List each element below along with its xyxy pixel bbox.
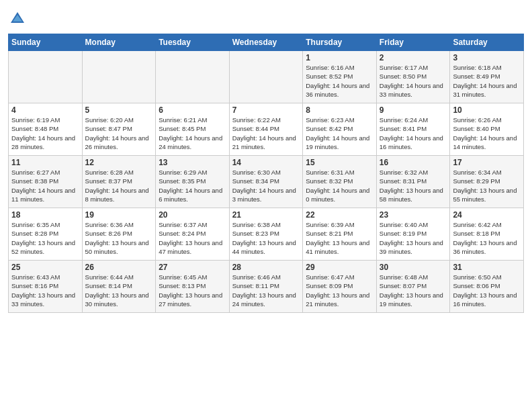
day-info: Sunrise: 6:30 AM Sunset: 8:34 PM Dayligh… <box>232 168 300 203</box>
header-day-friday: Friday <box>376 34 450 51</box>
day-info: Sunrise: 6:22 AM Sunset: 8:44 PM Dayligh… <box>232 116 300 151</box>
day-number: 19 <box>85 210 153 220</box>
logo <box>8 9 28 28</box>
day-cell: 23Sunrise: 6:40 AM Sunset: 8:19 PM Dayli… <box>376 208 450 261</box>
week-row-4: 18Sunrise: 6:35 AM Sunset: 8:28 PM Dayli… <box>9 208 524 261</box>
day-number: 7 <box>232 105 300 115</box>
day-info: Sunrise: 6:27 AM Sunset: 8:38 PM Dayligh… <box>11 168 79 203</box>
day-cell: 25Sunrise: 6:43 AM Sunset: 8:16 PM Dayli… <box>9 261 83 313</box>
header <box>8 7 524 28</box>
day-cell: 9Sunrise: 6:24 AM Sunset: 8:41 PM Daylig… <box>376 103 450 156</box>
day-cell: 30Sunrise: 6:48 AM Sunset: 8:07 PM Dayli… <box>376 261 450 313</box>
day-cell: 4Sunrise: 6:19 AM Sunset: 8:48 PM Daylig… <box>9 103 83 156</box>
day-cell: 26Sunrise: 6:44 AM Sunset: 8:14 PM Dayli… <box>82 261 156 313</box>
day-cell: 18Sunrise: 6:35 AM Sunset: 8:28 PM Dayli… <box>9 208 83 261</box>
week-row-1: 1Sunrise: 6:16 AM Sunset: 8:52 PM Daylig… <box>9 51 524 103</box>
day-cell: 27Sunrise: 6:45 AM Sunset: 8:13 PM Dayli… <box>156 261 230 313</box>
day-cell: 1Sunrise: 6:16 AM Sunset: 8:52 PM Daylig… <box>303 51 377 103</box>
day-cell: 8Sunrise: 6:23 AM Sunset: 8:42 PM Daylig… <box>303 103 377 156</box>
day-cell: 7Sunrise: 6:22 AM Sunset: 8:44 PM Daylig… <box>229 103 303 156</box>
day-number: 27 <box>159 263 226 272</box>
day-number: 12 <box>85 158 153 167</box>
week-row-5: 25Sunrise: 6:43 AM Sunset: 8:16 PM Dayli… <box>9 261 524 313</box>
day-info: Sunrise: 6:17 AM Sunset: 8:50 PM Dayligh… <box>380 63 447 99</box>
day-info: Sunrise: 6:45 AM Sunset: 8:13 PM Dayligh… <box>159 273 226 308</box>
day-cell <box>82 51 156 103</box>
day-number: 23 <box>380 210 447 220</box>
day-info: Sunrise: 6:18 AM Sunset: 8:49 PM Dayligh… <box>453 63 521 99</box>
day-cell: 14Sunrise: 6:30 AM Sunset: 8:34 PM Dayli… <box>229 156 303 208</box>
day-number: 10 <box>453 105 521 115</box>
day-number: 8 <box>306 105 373 115</box>
day-info: Sunrise: 6:31 AM Sunset: 8:32 PM Dayligh… <box>306 168 373 203</box>
day-info: Sunrise: 6:42 AM Sunset: 8:18 PM Dayligh… <box>453 220 521 256</box>
day-info: Sunrise: 6:47 AM Sunset: 8:09 PM Dayligh… <box>306 273 373 308</box>
calendar-table: SundayMondayTuesdayWednesdayThursdayFrid… <box>8 34 524 313</box>
day-cell: 11Sunrise: 6:27 AM Sunset: 8:38 PM Dayli… <box>9 156 83 208</box>
day-cell <box>9 51 83 103</box>
header-day-sunday: Sunday <box>9 34 83 51</box>
day-number: 1 <box>306 53 373 62</box>
day-info: Sunrise: 6:23 AM Sunset: 8:42 PM Dayligh… <box>306 116 373 151</box>
day-cell: 22Sunrise: 6:39 AM Sunset: 8:21 PM Dayli… <box>303 208 377 261</box>
day-cell: 2Sunrise: 6:17 AM Sunset: 8:50 PM Daylig… <box>376 51 450 103</box>
day-cell: 3Sunrise: 6:18 AM Sunset: 8:49 PM Daylig… <box>450 51 524 103</box>
day-number: 3 <box>453 53 521 62</box>
day-info: Sunrise: 6:38 AM Sunset: 8:23 PM Dayligh… <box>232 220 300 256</box>
day-info: Sunrise: 6:19 AM Sunset: 8:48 PM Dayligh… <box>11 116 79 151</box>
day-info: Sunrise: 6:48 AM Sunset: 8:07 PM Dayligh… <box>380 273 447 308</box>
day-info: Sunrise: 6:21 AM Sunset: 8:45 PM Dayligh… <box>159 116 226 151</box>
day-info: Sunrise: 6:40 AM Sunset: 8:19 PM Dayligh… <box>380 220 447 256</box>
day-number: 29 <box>306 263 373 272</box>
day-number: 4 <box>11 105 79 115</box>
day-number: 13 <box>159 158 226 167</box>
day-number: 9 <box>380 105 447 115</box>
logo-icon <box>8 9 27 28</box>
day-number: 21 <box>232 210 300 220</box>
day-number: 15 <box>306 158 373 167</box>
day-cell: 13Sunrise: 6:29 AM Sunset: 8:35 PM Dayli… <box>156 156 230 208</box>
day-info: Sunrise: 6:44 AM Sunset: 8:14 PM Dayligh… <box>85 273 153 308</box>
day-cell: 12Sunrise: 6:28 AM Sunset: 8:37 PM Dayli… <box>82 156 156 208</box>
page-container: SundayMondayTuesdayWednesdayThursdayFrid… <box>0 0 532 318</box>
day-info: Sunrise: 6:50 AM Sunset: 8:06 PM Dayligh… <box>453 273 521 308</box>
day-number: 18 <box>11 210 79 220</box>
day-info: Sunrise: 6:39 AM Sunset: 8:21 PM Dayligh… <box>306 220 373 256</box>
day-number: 24 <box>453 210 521 220</box>
day-cell: 20Sunrise: 6:37 AM Sunset: 8:24 PM Dayli… <box>156 208 230 261</box>
day-info: Sunrise: 6:16 AM Sunset: 8:52 PM Dayligh… <box>306 63 373 99</box>
header-day-thursday: Thursday <box>303 34 377 51</box>
day-info: Sunrise: 6:35 AM Sunset: 8:28 PM Dayligh… <box>11 220 79 256</box>
day-cell: 21Sunrise: 6:38 AM Sunset: 8:23 PM Dayli… <box>229 208 303 261</box>
day-info: Sunrise: 6:32 AM Sunset: 8:31 PM Dayligh… <box>380 168 447 203</box>
day-info: Sunrise: 6:37 AM Sunset: 8:24 PM Dayligh… <box>159 220 226 256</box>
day-number: 11 <box>11 158 79 167</box>
day-number: 2 <box>380 53 447 62</box>
day-info: Sunrise: 6:26 AM Sunset: 8:40 PM Dayligh… <box>453 116 521 151</box>
day-cell: 10Sunrise: 6:26 AM Sunset: 8:40 PM Dayli… <box>450 103 524 156</box>
day-number: 17 <box>453 158 521 167</box>
day-cell: 19Sunrise: 6:36 AM Sunset: 8:26 PM Dayli… <box>82 208 156 261</box>
day-cell: 29Sunrise: 6:47 AM Sunset: 8:09 PM Dayli… <box>303 261 377 313</box>
header-day-tuesday: Tuesday <box>156 34 230 51</box>
header-row: SundayMondayTuesdayWednesdayThursdayFrid… <box>9 34 524 51</box>
day-number: 25 <box>11 263 79 272</box>
day-info: Sunrise: 6:28 AM Sunset: 8:37 PM Dayligh… <box>85 168 153 203</box>
day-number: 22 <box>306 210 373 220</box>
day-cell: 15Sunrise: 6:31 AM Sunset: 8:32 PM Dayli… <box>303 156 377 208</box>
day-info: Sunrise: 6:46 AM Sunset: 8:11 PM Dayligh… <box>232 273 300 308</box>
day-cell: 31Sunrise: 6:50 AM Sunset: 8:06 PM Dayli… <box>450 261 524 313</box>
day-info: Sunrise: 6:36 AM Sunset: 8:26 PM Dayligh… <box>85 220 153 256</box>
day-number: 20 <box>159 210 226 220</box>
day-number: 16 <box>380 158 447 167</box>
header-day-saturday: Saturday <box>450 34 524 51</box>
day-cell: 6Sunrise: 6:21 AM Sunset: 8:45 PM Daylig… <box>156 103 230 156</box>
day-info: Sunrise: 6:29 AM Sunset: 8:35 PM Dayligh… <box>159 168 226 203</box>
day-info: Sunrise: 6:20 AM Sunset: 8:47 PM Dayligh… <box>85 116 153 151</box>
day-cell <box>156 51 230 103</box>
day-cell: 16Sunrise: 6:32 AM Sunset: 8:31 PM Dayli… <box>376 156 450 208</box>
week-row-3: 11Sunrise: 6:27 AM Sunset: 8:38 PM Dayli… <box>9 156 524 208</box>
day-number: 5 <box>85 105 153 115</box>
header-day-wednesday: Wednesday <box>229 34 303 51</box>
day-number: 6 <box>159 105 226 115</box>
